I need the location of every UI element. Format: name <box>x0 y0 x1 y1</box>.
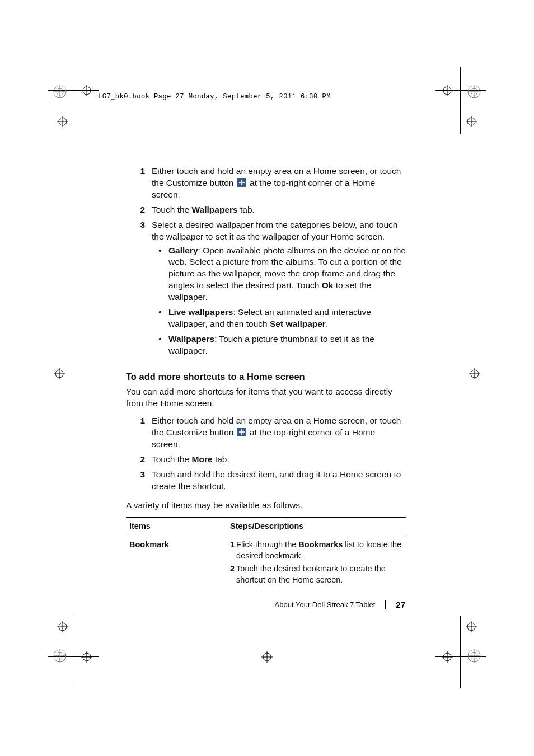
step-number: 1 <box>126 415 152 450</box>
paragraph: You can add more shortcuts for items tha… <box>126 386 406 410</box>
table-step: 1 Flick through the Bookmarks list to lo… <box>230 539 402 561</box>
reg-mark-icon <box>57 116 68 127</box>
bold-text: Ok <box>322 280 334 290</box>
bullet-dot-icon: • <box>152 245 168 304</box>
table-header-row: Items Steps/Descriptions <box>126 518 406 536</box>
bullet-item: • Gallery: Open available photo albums o… <box>152 245 406 304</box>
step-number: 3 <box>126 469 152 492</box>
step-number: 1 <box>230 539 235 561</box>
customize-plus-icon <box>237 428 246 436</box>
step-number: 2 <box>126 454 152 466</box>
step-text: Touch the desired bookmark to create the… <box>236 564 402 585</box>
step-text: Select a desired wallpaper from the cate… <box>152 219 406 360</box>
corner-globe-icon <box>467 85 481 98</box>
step-text: Touch and hold the desired item, and dra… <box>152 469 406 492</box>
print-header: LG7_bk0.book Page 27 Monday, September 5… <box>98 93 331 101</box>
reg-mark-icon <box>469 368 480 379</box>
step-text: Either touch and hold an empty area on a… <box>152 415 406 450</box>
text: tab. <box>213 454 229 464</box>
bullet-item: • Live wallpapers: Select an animated an… <box>152 307 406 330</box>
table-header: Items <box>126 518 227 536</box>
step-item: 2 Touch the More tab. <box>126 454 406 466</box>
reg-mark-icon <box>81 651 92 663</box>
table-header: Steps/Descriptions <box>227 518 406 536</box>
reg-mark-icon <box>466 116 477 127</box>
reg-mark-icon <box>442 85 453 96</box>
step-item: 1 Either touch and hold an empty area on… <box>126 415 406 450</box>
steps-list-1: 1 Either touch and hold an empty area on… <box>126 166 406 360</box>
text: Touch the <box>152 454 192 464</box>
step-item: 3 Select a desired wallpaper from the ca… <box>126 219 406 360</box>
step-text: Flick through the Bookmarks list to loca… <box>236 539 402 561</box>
reg-mark-icon <box>261 651 273 663</box>
customize-plus-icon <box>237 178 246 187</box>
step-number: 2 <box>230 564 235 585</box>
section-heading: To add more shortcuts to a Home screen <box>126 370 406 383</box>
text: . <box>326 319 328 328</box>
text: Flick through the <box>236 540 298 549</box>
step-item: 2 Touch the Wallpapers tab. <box>126 204 406 216</box>
bullet-item: • Wallpapers: Touch a picture thumbnail … <box>152 334 406 357</box>
reg-mark-icon <box>54 368 65 379</box>
bold-text: Gallery <box>168 246 198 255</box>
bold-text: Live wallpapers <box>168 307 233 317</box>
step-text: Either touch and hold an empty area on a… <box>152 166 406 201</box>
bullet-text: Live wallpapers: Select an animated and … <box>168 307 406 330</box>
step-item: 3 Touch and hold the desired item, and d… <box>126 469 406 492</box>
bold-text: Wallpapers <box>168 334 214 344</box>
footer-title: About Your Dell Streak 7 Tablet <box>275 600 376 609</box>
step-item: 1 Either touch and hold an empty area on… <box>126 166 406 201</box>
corner-globe-icon <box>53 85 67 98</box>
table-row: Bookmark 1 Flick through the Bookmarks l… <box>126 536 406 589</box>
bullet-text: Wallpapers: Touch a picture thumbnail to… <box>168 334 406 357</box>
paragraph: A variety of items may be available as f… <box>126 500 406 511</box>
corner-globe-icon <box>53 649 67 663</box>
reg-mark-icon <box>81 85 92 96</box>
steps-list-2: 1 Either touch and hold an empty area on… <box>126 415 406 492</box>
text: Touch the <box>152 205 192 214</box>
items-table: Items Steps/Descriptions Bookmark 1 Flic… <box>126 517 406 589</box>
text: tab. <box>238 205 255 214</box>
page-footer: About Your Dell Streak 7 Tablet 27 <box>275 600 405 609</box>
corner-globe-icon <box>467 649 481 663</box>
bullet-text: Gallery: Open available photo albums on … <box>168 245 406 304</box>
bullet-dot-icon: • <box>152 334 168 357</box>
reg-mark-icon <box>57 621 68 632</box>
table-step: 2 Touch the desired bookmark to create t… <box>230 564 402 585</box>
step-text: Touch the Wallpapers tab. <box>152 204 406 216</box>
bullet-dot-icon: • <box>152 307 168 330</box>
step-text: Touch the More tab. <box>152 454 406 466</box>
page-content: 1 Either touch and hold an empty area on… <box>126 166 406 589</box>
footer-divider <box>385 600 386 609</box>
bold-text: Set wallpaper <box>270 319 326 328</box>
reg-mark-icon <box>442 651 453 663</box>
bold-text: More <box>192 454 213 464</box>
step-number: 3 <box>126 219 152 360</box>
table-cell-steps: 1 Flick through the Bookmarks list to lo… <box>227 536 406 589</box>
table-cell-item: Bookmark <box>126 536 227 589</box>
page-number: 27 <box>396 600 405 609</box>
reg-mark-icon <box>466 621 477 632</box>
bold-text: Wallpapers <box>192 205 238 214</box>
step-number: 2 <box>126 204 152 216</box>
text: Select a desired wallpaper from the cate… <box>152 220 397 241</box>
step-number: 1 <box>126 166 152 201</box>
bold-text: Bookmarks <box>298 540 343 549</box>
bullet-list: • Gallery: Open available photo albums o… <box>152 245 406 357</box>
